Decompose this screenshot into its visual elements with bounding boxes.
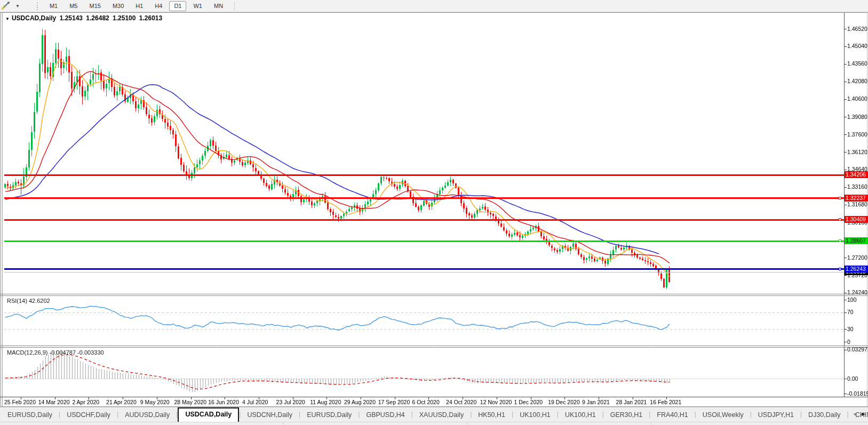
hline-handle[interactable]	[839, 218, 841, 221]
status-divider	[651, 422, 651, 425]
macd-axis-label: 0.032972	[847, 346, 868, 352]
tab-stub	[0, 413, 1, 422]
quote-high: 1.26482	[86, 14, 109, 22]
date-axis-label: 9 Jan 2021	[582, 399, 610, 405]
top-toolbar: ▼ M1M5M15M30H1H4D1W1MN	[0, 0, 868, 12]
hline-handle[interactable]	[839, 239, 841, 242]
price-level-badge: 1.28607	[845, 237, 868, 244]
date-axis-label: 29 Aug 2020	[344, 399, 376, 405]
date-axis-label: 16 Jun 2020	[208, 399, 239, 405]
timeframe-buttons: M1M5M15M30H1H4D1W1MN	[44, 1, 229, 11]
tabs-scroll-right-icon[interactable]: ►	[861, 411, 866, 417]
quote-low: 1.25100	[113, 14, 136, 22]
toolbar-grip[interactable]	[37, 2, 39, 10]
date-axis-label: 11 Aug 2020	[310, 399, 341, 405]
tab-hk50-h1[interactable]: HK50,H1	[472, 409, 512, 422]
tab-ger30-h1[interactable]: GER30,H1	[604, 409, 649, 422]
date-axis-label: 4 Jul 2020	[242, 399, 268, 405]
rsi-label: RSI(14) 42.6202	[7, 298, 50, 304]
tab-uk100-h1[interactable]: UK100,H1	[513, 409, 557, 422]
date-axis-label: 19 Dec 2020	[548, 399, 580, 405]
date-axis-label: 28 May 2020	[174, 399, 207, 405]
timeframe-button-D1[interactable]: D1	[169, 1, 186, 11]
timeframe-button-H1[interactable]: H1	[131, 1, 148, 11]
tab-usdcad-daily[interactable]: USDCAD,Daily	[178, 407, 239, 422]
date-axis-label: 14 Mar 2020	[38, 399, 70, 405]
timeframe-button-MN[interactable]: MN	[209, 1, 228, 11]
status-strip	[0, 422, 868, 425]
toolbar-separator	[234, 2, 235, 11]
date-axis-label: 28 Jan 2021	[616, 399, 647, 405]
price-level-badge: 1.26243	[845, 266, 868, 272]
symbol-tab-bar: EURUSD,Daily|USDCHF,Daily|AUDUSD,Daily|U…	[0, 407, 868, 422]
tab-uk100-h1[interactable]: UK100,H1	[559, 409, 602, 422]
tab-fra40-h1[interactable]: FRA40,H1	[650, 409, 694, 422]
chart-tool-icon[interactable]	[1, 1, 14, 11]
price-axis-label: 1.40600	[847, 95, 867, 102]
tab-audusd-daily[interactable]: AUDUSD,Daily	[118, 409, 176, 422]
trading-platform-window: ▼ M1M5M15M30H1H4D1W1MN ▼USDCAD,Daily 1.2…	[0, 0, 868, 425]
quote-close: 1.26013	[139, 14, 162, 22]
date-axis-label: 6 Oct 2020	[412, 399, 439, 405]
date-axis-label: 24 Oct 2020	[446, 399, 476, 405]
date-axis-label: 2 Apr 2020	[72, 399, 99, 405]
quote-open: 1.25143	[60, 14, 83, 22]
macd-label: MACD(12,26,9) -0.004787 -0.003330	[7, 349, 104, 356]
hline-handle[interactable]	[839, 197, 841, 199]
price-axis-label: 1.36120	[847, 149, 867, 155]
date-axis-label: 9 May 2020	[140, 399, 170, 405]
timeframe-button-M5[interactable]: M5	[65, 1, 82, 11]
tab-gbpusd-h4[interactable]: GBPUSD,H4	[360, 409, 411, 422]
price-level-badge: 1.30409	[845, 216, 868, 223]
tab-usdjpy-h1[interactable]: USDJPY,H1	[752, 409, 800, 422]
date-axis-label: 17 Sep 2020	[378, 399, 410, 405]
tab-dj30-daily[interactable]: DJ30,Daily	[802, 409, 847, 422]
price-axis-label: 1.39080	[847, 114, 867, 120]
date-axis-label: 12 Nov 2020	[480, 399, 512, 405]
price-level-badge: 1.32237	[845, 195, 868, 202]
tabs-scroll-left-icon[interactable]: ◄	[852, 411, 858, 417]
price-axis-label: 1.42080	[847, 78, 867, 84]
rsi-axis-label: 30	[847, 326, 854, 332]
hline-handle[interactable]	[839, 268, 841, 270]
tab-usdcnh-daily[interactable]: USDCNH,Daily	[241, 409, 299, 422]
macd-axis-label: -0.018154	[847, 390, 868, 397]
status-divider	[467, 422, 467, 425]
date-axis-label: 1 Dec 2020	[514, 399, 543, 405]
price-axis-label: 1.24240	[847, 289, 867, 295]
price-axis-label: 1.33160	[847, 183, 867, 190]
chart-title-dropdown-icon: ▼	[5, 17, 10, 21]
tab-usoil-weekly[interactable]: USOil,Weekly	[696, 409, 750, 422]
status-divider	[283, 422, 283, 425]
rsi-axis-label: 70	[847, 309, 854, 315]
tab-usdchf-daily[interactable]: USDCHF,Daily	[60, 409, 117, 422]
tab-eurusd-daily[interactable]: EURUSD,Daily	[300, 409, 358, 422]
date-axis-label: 23 Jul 2020	[276, 399, 305, 405]
chart-symbol: USDCAD,Daily	[12, 14, 56, 22]
price-axis-label: 1.43560	[847, 60, 867, 67]
tab-eurusd-daily[interactable]: EURUSD,Daily	[1, 409, 59, 422]
timeframe-button-M1[interactable]: M1	[45, 1, 62, 11]
macd-axis-label: 0.00	[847, 375, 858, 382]
tool-dropdown-icon[interactable]: ▼	[15, 4, 20, 9]
timeframe-button-M15[interactable]: M15	[84, 1, 105, 11]
date-axis-label: 16 Feb 2021	[650, 399, 681, 405]
rsi-axis-label: 100	[847, 296, 857, 303]
timeframe-button-W1[interactable]: W1	[188, 1, 207, 11]
price-axis-label: 1.45040	[847, 43, 867, 49]
price-axis-label: 1.27200	[847, 254, 867, 261]
timeframe-button-H4[interactable]: H4	[150, 1, 167, 11]
timeframe-button-M30[interactable]: M30	[108, 1, 129, 11]
tab-xauusd-daily[interactable]: XAUUSD,Daily	[413, 409, 470, 422]
chart-canvas[interactable]	[0, 0, 868, 425]
date-axis-label: 25 Feb 2020	[4, 399, 36, 405]
price-axis-label: 1.37600	[847, 131, 867, 138]
rsi-axis-label: 0	[847, 339, 850, 345]
chart-title: ▼USDCAD,Daily 1.25143 1.26482 1.25100 1.…	[5, 14, 164, 22]
price-axis-label: 1.46520	[847, 26, 867, 32]
date-axis-label: 21 Apr 2020	[106, 399, 137, 405]
price-axis-label: 1.31680	[847, 201, 867, 207]
price-level-badge: 1.34206	[845, 171, 868, 178]
